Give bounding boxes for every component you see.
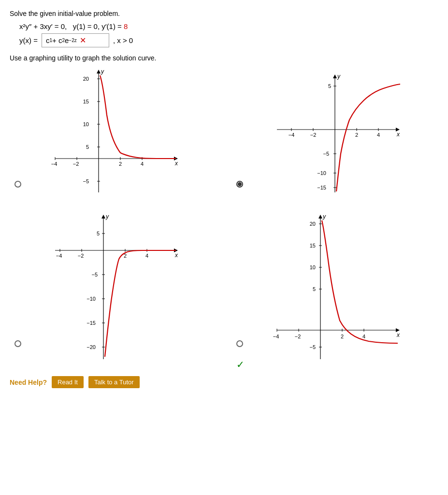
graphs-grid: y x 20 15 10 5 −5 −4 −2: [10, 67, 438, 362]
svg-text:10: 10: [83, 121, 89, 127]
svg-text:4: 4: [362, 334, 365, 339]
svg-text:20: 20: [310, 221, 316, 227]
radio-graph-3[interactable]: [14, 340, 21, 347]
svg-text:−4: −4: [56, 253, 62, 259]
solution-equation: y(x) = c1 + c2e−2z ✕ , x > 0: [19, 33, 438, 47]
svg-text:−2: −2: [310, 132, 316, 138]
radio-graph-4[interactable]: [236, 340, 243, 347]
svg-text:5: 5: [86, 144, 89, 150]
svg-text:x: x: [396, 332, 400, 338]
svg-text:−15: −15: [317, 185, 326, 190]
svg-text:5: 5: [328, 83, 331, 89]
svg-text:15: 15: [83, 99, 89, 104]
clear-answer-button[interactable]: ✕: [80, 36, 86, 45]
svg-text:2: 2: [341, 334, 344, 339]
svg-text:5: 5: [313, 286, 316, 292]
svg-text:−10: −10: [317, 170, 326, 176]
graph-cell-3: y x 5 −5 −10 −15 −20 −4 −2 2 4: [10, 212, 217, 362]
svg-text:−5: −5: [309, 344, 316, 350]
svg-text:−2: −2: [73, 161, 79, 167]
svg-text:y: y: [105, 213, 109, 220]
svg-text:4: 4: [141, 161, 144, 167]
graph-4: y x 20 15 10 5 −5 −4 −2 2 4: [267, 212, 403, 362]
need-help-label: Need Help?: [10, 379, 47, 386]
talk-to-tutor-button[interactable]: Talk to a Tutor: [88, 376, 140, 388]
svg-text:x: x: [174, 252, 178, 259]
graph-2: y x 5 −5 −10 −15 −4 −2 2 4: [267, 72, 403, 197]
svg-text:−10: −10: [87, 296, 96, 302]
graph-instruction: Use a graphing utility to graph the solu…: [10, 54, 438, 62]
svg-text:x: x: [174, 160, 178, 167]
graph-1: y x 20 15 10 5 −5 −4 −2: [45, 67, 181, 202]
svg-text:−2: −2: [78, 253, 84, 259]
svg-text:−5: −5: [323, 151, 329, 157]
answer-input-box[interactable]: c1 + c2e−2z ✕: [42, 33, 109, 47]
svg-marker-26: [333, 74, 337, 78]
svg-text:y: y: [337, 73, 341, 80]
graph-cell-2: y x 5 −5 −10 −15 −4 −2 2 4: [231, 67, 439, 202]
svg-text:−5: −5: [83, 178, 89, 184]
svg-text:4: 4: [377, 132, 380, 138]
svg-text:2: 2: [119, 161, 122, 167]
correct-checkmark: ✓: [236, 359, 245, 370]
svg-text:−5: −5: [92, 272, 98, 277]
svg-text:x: x: [396, 131, 400, 138]
svg-text:−4: −4: [51, 161, 58, 167]
svg-text:15: 15: [310, 243, 316, 248]
read-it-button[interactable]: Read It: [52, 376, 84, 388]
radio-graph-1[interactable]: [14, 181, 21, 188]
graph-cell-1: y x 20 15 10 5 −5 −4 −2: [10, 67, 217, 202]
svg-text:−4: −4: [288, 132, 294, 138]
problem-instruction: Solve the given initial-value problem.: [10, 10, 438, 17]
svg-marker-2: [97, 70, 101, 73]
svg-marker-48: [101, 215, 105, 218]
differential-equation: x²y″ + 3xy′ = 0, y(1) = 0, y′(1) = 8: [19, 22, 438, 30]
svg-text:−15: −15: [87, 320, 96, 326]
graph-cell-4: y x 20 15 10 5 −5 −4 −2 2 4 ✓: [231, 212, 439, 362]
bottom-bar: Need Help? Read It Talk to a Tutor: [10, 376, 438, 388]
radio-graph-2[interactable]: [236, 181, 243, 188]
svg-text:2: 2: [355, 132, 358, 138]
svg-text:5: 5: [97, 231, 100, 236]
svg-text:y: y: [101, 68, 104, 75]
svg-text:20: 20: [83, 76, 89, 82]
svg-text:−4: −4: [273, 334, 279, 339]
svg-text:y: y: [322, 213, 326, 220]
graph-3: y x 5 −5 −10 −15 −20 −4 −2 2 4: [45, 212, 181, 362]
svg-text:10: 10: [310, 264, 316, 270]
svg-text:−2: −2: [294, 334, 301, 339]
svg-marker-72: [318, 215, 322, 218]
svg-text:−20: −20: [87, 344, 96, 350]
svg-text:4: 4: [145, 253, 148, 259]
